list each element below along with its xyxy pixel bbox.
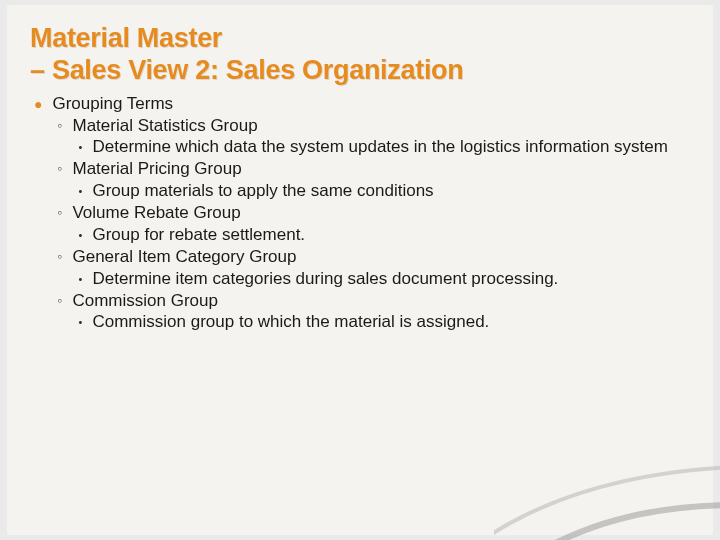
decorative-swoosh-icon	[494, 406, 720, 540]
list-item: ◦ Material Pricing Group • Group materia…	[52, 158, 696, 202]
slide: Material Master – Sales View 2: Sales Or…	[6, 4, 714, 536]
list-item: ◦ General Item Category Group • Determin…	[52, 246, 696, 290]
group-name: Material Pricing Group	[72, 158, 696, 180]
ring-bullet-icon: ◦	[54, 158, 64, 202]
ring-bullet-icon: ◦	[54, 115, 64, 159]
ring-bullet-icon: ◦	[54, 202, 64, 246]
group-name: Material Statistics Group	[72, 115, 696, 137]
dot-bullet-icon: •	[76, 311, 84, 333]
dot-bullet-icon: •	[76, 180, 84, 202]
list-item: • Determine which data the system update…	[72, 136, 696, 158]
group-desc: Group materials to apply the same condit…	[92, 180, 696, 202]
slide-content: ● Grouping Terms ◦ Material Statistics G…	[30, 93, 696, 334]
list-item: • Commission group to which the material…	[72, 311, 696, 333]
group-name: Volume Rebate Group	[72, 202, 696, 224]
ring-bullet-icon: ◦	[54, 246, 64, 290]
list-item: ◦ Commission Group • Commission group to…	[52, 290, 696, 334]
list-item: ◦ Volume Rebate Group • Group for rebate…	[52, 202, 696, 246]
group-desc: Group for rebate settlement.	[92, 224, 696, 246]
dot-bullet-icon: •	[76, 136, 84, 158]
list-item: • Group for rebate settlement.	[72, 224, 696, 246]
list-item: ● Grouping Terms ◦ Material Statistics G…	[34, 93, 696, 334]
list-item: • Determine item categories during sales…	[72, 268, 696, 290]
group-desc: Commission group to which the material i…	[92, 311, 696, 333]
list-item: • Group materials to apply the same cond…	[72, 180, 696, 202]
title-line-2: – Sales View 2: Sales Organization	[30, 55, 464, 85]
bullet-icon: ●	[34, 93, 42, 334]
group-desc: Determine which data the system updates …	[92, 136, 696, 158]
slide-title: Material Master – Sales View 2: Sales Or…	[30, 22, 696, 87]
list-item: ◦ Material Statistics Group • Determine …	[52, 115, 696, 159]
section-heading: Grouping Terms	[52, 93, 696, 115]
ring-bullet-icon: ◦	[54, 290, 64, 334]
dot-bullet-icon: •	[76, 268, 84, 290]
dot-bullet-icon: •	[76, 224, 84, 246]
group-desc: Determine item categories during sales d…	[92, 268, 696, 290]
title-line-1: Material Master	[30, 23, 222, 53]
group-name: General Item Category Group	[72, 246, 696, 268]
group-name: Commission Group	[72, 290, 696, 312]
